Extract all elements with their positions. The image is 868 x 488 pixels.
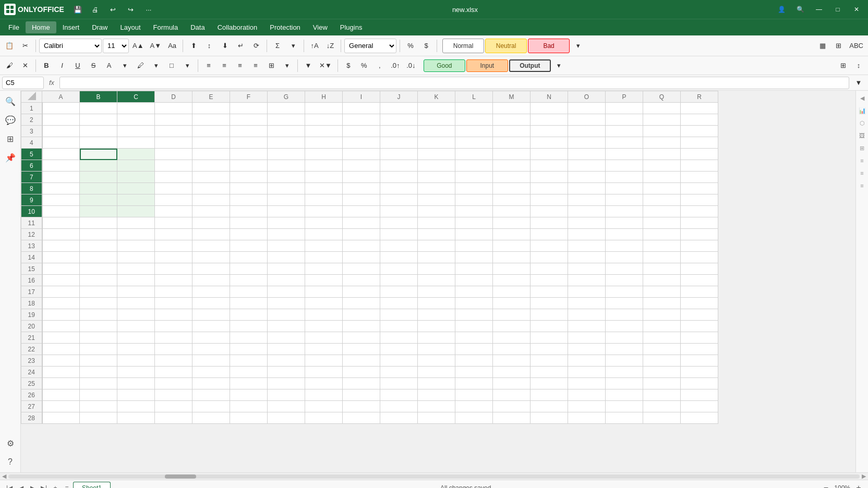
cell-R14[interactable] [681, 252, 718, 263]
cell-H15[interactable] [305, 263, 343, 275]
cell-D6[interactable] [155, 160, 192, 172]
cell-L6[interactable] [455, 160, 493, 172]
highlight-button[interactable]: 🖊 [133, 58, 148, 73]
cell-D15[interactable] [155, 263, 192, 275]
sort-asc-button[interactable]: ↑A [307, 39, 322, 53]
cell-I26[interactable] [343, 389, 380, 401]
cell-B4[interactable] [80, 137, 117, 149]
cell-O2[interactable] [568, 114, 606, 126]
cell-J12[interactable] [380, 229, 418, 240]
cell-C8[interactable] [117, 183, 155, 194]
cell-P11[interactable] [606, 217, 643, 229]
cell-J10[interactable] [380, 206, 418, 217]
cell-B7[interactable] [80, 172, 117, 183]
cell-J1[interactable] [380, 103, 418, 114]
row-header-10[interactable]: 10 [21, 206, 42, 217]
cell-B17[interactable] [80, 286, 117, 298]
cell-Q8[interactable] [643, 183, 681, 194]
cell-F2[interactable] [230, 114, 268, 126]
cell-E20[interactable] [192, 321, 230, 332]
cell-I20[interactable] [343, 321, 380, 332]
sum-button[interactable]: Σ [270, 39, 285, 53]
text-wrap-button[interactable]: ↵ [233, 39, 248, 53]
cell-I8[interactable] [343, 183, 380, 194]
cell-D20[interactable] [155, 321, 192, 332]
cell-H16[interactable] [305, 275, 343, 286]
cell-H21[interactable] [305, 332, 343, 344]
cell-J4[interactable] [380, 137, 418, 149]
cell-P25[interactable] [606, 378, 643, 389]
row-header-12[interactable]: 12 [21, 229, 42, 240]
cell-J5[interactable] [380, 149, 418, 160]
cell-O4[interactable] [568, 137, 606, 149]
row-header-2[interactable]: 2 [21, 114, 42, 126]
cell-B9[interactable] [80, 194, 117, 206]
cell-D14[interactable] [155, 252, 192, 263]
cell-F24[interactable] [230, 367, 268, 378]
cell-R24[interactable] [681, 367, 718, 378]
number-format-select[interactable]: General [344, 39, 396, 53]
cell-H4[interactable] [305, 137, 343, 149]
cell-I15[interactable] [343, 263, 380, 275]
cell-D1[interactable] [155, 103, 192, 114]
cell-H1[interactable] [305, 103, 343, 114]
cell-F3[interactable] [230, 126, 268, 137]
cell-B10[interactable] [80, 206, 117, 217]
cell-B16[interactable] [80, 275, 117, 286]
cell-A2[interactable] [42, 114, 80, 126]
cell-E28[interactable] [192, 412, 230, 424]
cell-I13[interactable] [343, 240, 380, 252]
cell-B18[interactable] [80, 298, 117, 309]
align-justify-button[interactable]: ≡ [248, 58, 263, 73]
cell-A17[interactable] [42, 286, 80, 298]
cell-P2[interactable] [606, 114, 643, 126]
cell-G23[interactable] [268, 355, 305, 367]
row-header-3[interactable]: 3 [21, 126, 42, 137]
cell-A18[interactable] [42, 298, 80, 309]
col-header-P[interactable]: P [606, 91, 643, 103]
row-header-1[interactable]: 1 [21, 103, 42, 114]
row-header-24[interactable]: 24 [21, 367, 42, 378]
cell-A25[interactable] [42, 378, 80, 389]
cell-R25[interactable] [681, 378, 718, 389]
cell-R4[interactable] [681, 137, 718, 149]
cell-L27[interactable] [455, 401, 493, 412]
cell-L20[interactable] [455, 321, 493, 332]
cell-K27[interactable] [418, 401, 455, 412]
row-header-22[interactable]: 22 [21, 344, 42, 355]
cell-R27[interactable] [681, 401, 718, 412]
cell-K15[interactable] [418, 263, 455, 275]
cell-D26[interactable] [155, 389, 192, 401]
cell-J11[interactable] [380, 217, 418, 229]
cell-K19[interactable] [418, 309, 455, 321]
cell-R3[interactable] [681, 126, 718, 137]
cell-D2[interactable] [155, 114, 192, 126]
cell-H5[interactable] [305, 149, 343, 160]
col-header-D[interactable]: D [155, 91, 192, 103]
cell-L10[interactable] [455, 206, 493, 217]
cell-P28[interactable] [606, 412, 643, 424]
cell-C5[interactable] [117, 149, 155, 160]
cell-P9[interactable] [606, 194, 643, 206]
cell-L8[interactable] [455, 183, 493, 194]
cell-Q25[interactable] [643, 378, 681, 389]
cell-H20[interactable] [305, 321, 343, 332]
cell-I16[interactable] [343, 275, 380, 286]
cell-C10[interactable] [117, 206, 155, 217]
cell-M28[interactable] [493, 412, 531, 424]
cell-G28[interactable] [268, 412, 305, 424]
cut-button[interactable]: ✂ [18, 39, 32, 53]
cell-Q14[interactable] [643, 252, 681, 263]
menu-plugins[interactable]: Plugins [334, 21, 369, 33]
col-header-G[interactable]: G [268, 91, 305, 103]
cell-K14[interactable] [418, 252, 455, 263]
cell-J28[interactable] [380, 412, 418, 424]
cell-R19[interactable] [681, 309, 718, 321]
cell-O7[interactable] [568, 172, 606, 183]
cell-F16[interactable] [230, 275, 268, 286]
cell-J22[interactable] [380, 344, 418, 355]
cell-Q13[interactable] [643, 240, 681, 252]
cell-E17[interactable] [192, 286, 230, 298]
cell-P24[interactable] [606, 367, 643, 378]
cell-J2[interactable] [380, 114, 418, 126]
